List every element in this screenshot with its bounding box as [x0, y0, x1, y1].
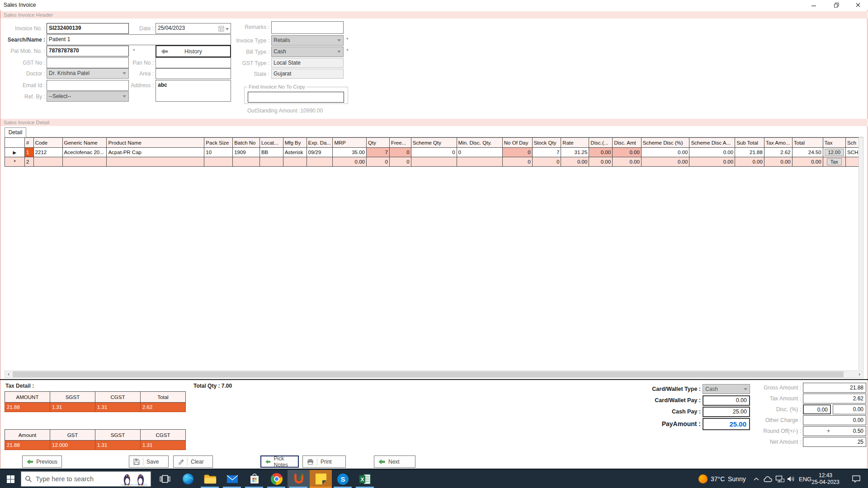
grid-cell[interactable]: 0.00 — [333, 157, 367, 167]
grid-cell[interactable]: 35.00 — [333, 148, 367, 157]
grid-column-header[interactable]: Free... — [390, 138, 411, 148]
scrollbar-thumb[interactable] — [13, 371, 844, 377]
grid-cell[interactable]: Tax — [823, 157, 846, 167]
grid-column-header[interactable]: Pack Size — [204, 138, 233, 148]
email-field[interactable] — [47, 80, 129, 91]
grid-cell[interactable]: 0.00 — [689, 157, 735, 167]
row-indicator[interactable]: ▶ — [5, 148, 25, 157]
grid-cell[interactable]: 7 — [367, 148, 390, 157]
grid-column-header[interactable]: Tax — [823, 138, 846, 148]
search-name-field[interactable]: Patient 1 — [47, 34, 231, 45]
bill-type-dropdown[interactable]: Cash — [271, 47, 344, 57]
grid-cell[interactable]: Acpat-PR Cap — [107, 148, 204, 157]
scroll-right-icon[interactable]: › — [856, 371, 863, 378]
grid-column-header[interactable]: Rate — [561, 138, 589, 148]
previous-button[interactable]: Previous — [22, 455, 62, 468]
grid-cell[interactable]: 0.00 — [589, 157, 613, 167]
grid-column-header[interactable]: Scheme Disc A... — [689, 138, 735, 148]
grid-column-header[interactable]: Product Name — [107, 138, 204, 148]
row-indicator[interactable]: * — [5, 157, 25, 167]
grid-cell[interactable] — [411, 157, 457, 167]
grid-cell[interactable]: 0 — [502, 148, 532, 157]
grid-vertical-scrollbar[interactable] — [859, 137, 863, 370]
grid-column-header[interactable]: Generic Name — [62, 138, 107, 148]
grid-cell[interactable]: BB — [259, 148, 283, 157]
remarks-field[interactable] — [271, 21, 344, 34]
grid-corner-cell[interactable] — [5, 138, 25, 148]
grid-cell[interactable] — [107, 157, 204, 167]
calendar-dropdown-icon[interactable] — [218, 26, 229, 32]
grid-cell[interactable]: Asterisk — [283, 148, 307, 157]
tray-expand-button[interactable] — [750, 470, 762, 488]
grid-column-header[interactable]: Qty — [367, 138, 390, 148]
print-button[interactable]: Print — [302, 455, 346, 468]
grid-column-header[interactable]: Code — [33, 138, 62, 148]
task-view-button[interactable] — [154, 470, 176, 488]
date-field[interactable]: 25/04/2023 — [156, 23, 231, 34]
grid-cell[interactable] — [307, 157, 333, 167]
grid-cell[interactable]: 0.00 — [735, 157, 764, 167]
grid-column-header[interactable]: Exp. Da... — [307, 138, 333, 148]
area-field[interactable] — [156, 68, 231, 79]
grid-cell[interactable]: 2 — [24, 157, 33, 167]
address-field[interactable]: abc — [156, 80, 231, 102]
grid-column-header[interactable]: Total — [792, 138, 823, 148]
grid-cell[interactable]: 2.62 — [764, 148, 792, 157]
other-charge-field[interactable]: 0.00 — [803, 415, 866, 425]
grid-cell[interactable]: 10 — [204, 148, 233, 157]
tray-onedrive[interactable] — [762, 470, 774, 488]
pan-no-field[interactable] — [156, 57, 231, 68]
grid-column-header[interactable]: No Of Day — [502, 138, 532, 148]
weather-temp[interactable]: 37°C — [711, 475, 725, 483]
minimize-button[interactable] — [806, 1, 821, 9]
grid-cell[interactable]: 0.00 — [792, 157, 823, 167]
grid-cell[interactable]: 0 — [502, 157, 532, 167]
invoice-no-field[interactable]: SI232400139 — [47, 23, 129, 34]
grid-column-header[interactable]: # — [24, 138, 33, 148]
taskbar-app-skype[interactable]: S — [332, 470, 354, 488]
grid-cell[interactable]: 24.50 — [792, 148, 823, 157]
grid-cell[interactable]: 0.00 — [561, 157, 589, 167]
grid-column-header[interactable]: Tax Amo... — [764, 138, 792, 148]
grid-cell[interactable] — [259, 157, 283, 167]
weather-condition[interactable]: Sunny — [728, 475, 746, 483]
grid-cell[interactable]: 0.00 — [689, 148, 735, 157]
grid-cell[interactable]: 0.00 — [613, 148, 642, 157]
taskbar-app-edge[interactable] — [177, 470, 199, 488]
pick-notes-button[interactable]: Pick Notes — [260, 455, 299, 468]
grid-cell[interactable]: 0 — [367, 157, 390, 167]
grid-column-header[interactable]: Disc.(... — [589, 138, 613, 148]
grid-cell[interactable]: 31.25 — [561, 148, 589, 157]
next-button[interactable]: Next — [374, 455, 415, 468]
grid-cell[interactable]: 0.00 — [589, 148, 613, 157]
scroll-left-icon[interactable]: ‹ — [5, 371, 12, 378]
taskbar-app-file-explorer[interactable] — [199, 470, 221, 488]
grid-cell[interactable]: Aceclofenac 20... — [62, 148, 107, 157]
grid-cell[interactable] — [33, 157, 62, 167]
grid-cell[interactable]: 0 — [411, 148, 457, 157]
grid-cell[interactable]: 1909 — [233, 148, 260, 157]
grid-cell[interactable]: 0.00 — [613, 157, 642, 167]
ref-by-dropdown[interactable]: --Select-- — [47, 91, 129, 102]
grid-column-header[interactable]: Locat... — [259, 138, 283, 148]
weather-sun-icon[interactable] — [698, 474, 708, 483]
start-button[interactable] — [0, 470, 21, 488]
taskbar-app-mail[interactable] — [221, 470, 243, 488]
taskbar-app-store[interactable] — [243, 470, 265, 488]
restore-button[interactable] — [829, 1, 844, 9]
grid-cell[interactable]: 09/29 — [307, 148, 333, 157]
disc-pct-field[interactable]: 0.00 — [803, 404, 831, 414]
grid-cell[interactable]: 0.00 — [641, 148, 689, 157]
grid-column-header[interactable]: Batch No — [233, 138, 260, 148]
grid-cell[interactable]: 0 — [390, 157, 411, 167]
gst-no-field[interactable] — [47, 57, 129, 68]
grid-cell[interactable]: 21.88 — [735, 148, 764, 157]
grid-cell[interactable] — [62, 157, 107, 167]
taskbar-clock[interactable]: 12:43 25-04-2023 — [807, 472, 844, 486]
grid-column-header[interactable]: Scheme Qty — [411, 138, 457, 148]
close-button[interactable] — [850, 1, 866, 9]
taskbar-app-sticky-notes[interactable] — [310, 470, 332, 488]
taskbar-app-excel[interactable]: X — [354, 470, 376, 488]
save-button[interactable]: Save — [129, 455, 169, 468]
taskbar-app-chrome[interactable] — [265, 470, 288, 488]
